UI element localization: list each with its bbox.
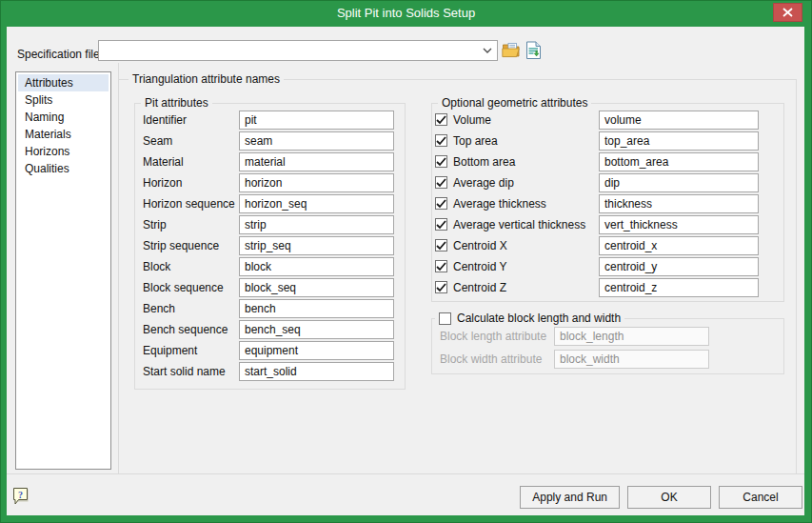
field-label: Block — [143, 257, 170, 276]
calc-block-checkbox[interactable] — [439, 312, 451, 325]
field-input[interactable]: dip — [599, 173, 759, 192]
sidebar-page-item[interactable]: Attributes — [18, 74, 109, 91]
field-input[interactable]: centroid_z — [599, 278, 759, 297]
spec-document-icon[interactable] — [525, 41, 544, 60]
field-input[interactable]: start_solid — [239, 362, 394, 381]
geometric-attribute-row: Average thickness thickness — [432, 194, 783, 215]
attribute-checkbox[interactable] — [435, 281, 447, 293]
field-input[interactable]: horizon — [239, 173, 394, 192]
dialog-button[interactable]: Cancel — [719, 486, 802, 509]
attribute-checkbox[interactable] — [435, 260, 447, 272]
attribute-checkbox[interactable] — [435, 176, 447, 189]
pit-attribute-row: Strip strip — [135, 215, 405, 236]
sidebar-page-item[interactable]: Horizons — [18, 143, 109, 160]
field-label: Identifier — [143, 111, 187, 130]
attribute-checkbox[interactable] — [435, 155, 447, 168]
pit-attribute-row: Block sequence block_seq — [135, 278, 405, 299]
chevron-down-icon[interactable] — [483, 48, 492, 53]
sidebar-page-item[interactable]: Qualities — [18, 160, 109, 177]
pit-attribute-row: Bench bench — [135, 299, 405, 320]
calc-block-title: Calculate block length and width — [457, 312, 621, 326]
sidebar-page-label: Splits — [25, 93, 52, 107]
field-input[interactable]: equipment — [239, 341, 394, 360]
attribute-checkbox[interactable] — [435, 218, 447, 231]
geometric-attribute-row: Centroid Y centroid_y — [432, 257, 783, 278]
field-input[interactable]: bench — [239, 299, 394, 318]
field-input[interactable]: bench_seq — [239, 320, 394, 339]
pit-attribute-row: Bench sequence bench_seq — [135, 320, 405, 341]
triangulation-group-title: Triangulation attribute names — [129, 72, 284, 87]
field-label: Strip — [143, 215, 167, 234]
dialog-window: Split Pit into Solids Setup Specificatio… — [0, 0, 812, 523]
field-label: Block sequence — [143, 278, 224, 297]
field-label: Bottom area — [453, 152, 515, 171]
field-input[interactable]: material — [239, 152, 394, 171]
field-input[interactable]: strip_seq — [239, 236, 394, 255]
checkmark-icon — [436, 241, 446, 251]
checkmark-icon — [436, 157, 446, 167]
triangulation-group: Triangulation attribute names Pit attrib… — [118, 79, 797, 473]
checkmark-icon — [436, 115, 446, 125]
window-title: Split Pit into Solids Setup — [337, 6, 475, 20]
sidebar-page-label: Naming — [25, 111, 64, 124]
field-input[interactable]: centroid_y — [599, 257, 759, 276]
field-input[interactable]: block — [239, 257, 394, 276]
sidebar-page-item[interactable]: Materials — [18, 126, 109, 143]
pit-attribute-row: Start solid name start_solid — [135, 362, 405, 383]
pit-attribute-row: Horizon horizon — [135, 173, 405, 194]
sidebar-page-item[interactable]: Naming — [18, 109, 109, 126]
field-label: Start solid name — [143, 362, 226, 381]
sidebar-page-item[interactable]: Splits — [18, 91, 109, 109]
field-input[interactable]: horizon_seq — [239, 194, 394, 213]
sidebar-page-label: Attributes — [25, 76, 73, 90]
field-input-disabled: block_width — [554, 350, 709, 369]
field-input[interactable]: vert_thickness — [599, 215, 759, 234]
pit-attributes-group: Pit attributes Identifier pit Seam seam … — [134, 103, 406, 390]
svg-text:?: ? — [18, 490, 23, 500]
optional-geometric-title: Optional geometric attributes — [438, 96, 591, 111]
sidebar-page-label: Materials — [25, 128, 71, 141]
geometric-attribute-row: Centroid X centroid_x — [432, 236, 783, 257]
sidebar-page-label: Qualities — [25, 162, 69, 175]
field-label: Material — [143, 152, 184, 171]
field-label: Strip sequence — [143, 236, 219, 255]
field-label: Seam — [143, 131, 172, 151]
specification-file-combobox[interactable] — [98, 40, 498, 61]
open-folder-icon[interactable] — [502, 41, 521, 60]
field-input[interactable]: volume — [599, 111, 759, 130]
field-label: Top area — [453, 131, 498, 151]
field-input[interactable]: pit — [239, 111, 394, 130]
field-label: Average vertical thickness — [453, 215, 585, 234]
field-input[interactable]: strip — [239, 215, 394, 234]
field-label: Block length attribute — [440, 327, 546, 346]
attribute-checkbox[interactable] — [435, 239, 447, 251]
field-input[interactable]: seam — [239, 131, 394, 151]
pit-attribute-row: Block block — [135, 257, 405, 278]
field-input[interactable]: centroid_x — [599, 236, 759, 255]
footer-divider-line — [7, 473, 804, 474]
field-label: Horizon sequence — [143, 194, 235, 213]
attribute-checkbox[interactable] — [435, 113, 447, 126]
geometric-attribute-row: Centroid Z centroid_z — [432, 278, 783, 299]
geometric-attribute-row: Top area top_area — [432, 131, 783, 152]
dialog-buttons: Apply and Run OK Cancel — [520, 486, 802, 509]
sidebar-page-label: Horizons — [25, 145, 69, 158]
calc-block-group: Calculate block length and width Block l… — [431, 318, 784, 374]
close-button[interactable] — [773, 3, 802, 22]
field-input[interactable]: bottom_area — [599, 152, 759, 171]
attribute-checkbox[interactable] — [435, 197, 447, 210]
dialog-button[interactable]: OK — [627, 486, 711, 509]
field-input[interactable]: thickness — [599, 194, 759, 213]
geometric-attribute-row: Average dip dip — [432, 173, 783, 194]
checkmark-icon — [436, 283, 446, 292]
field-input[interactable]: top_area — [599, 131, 759, 151]
help-bubble-icon[interactable]: ? — [12, 487, 31, 509]
dialog-button-label: Cancel — [743, 491, 778, 504]
field-input[interactable]: block_seq — [239, 278, 394, 297]
dialog-body: Specification file Attribu — [7, 27, 804, 515]
panel-divider-line — [118, 63, 119, 79]
field-label: Average dip — [453, 173, 514, 192]
dialog-button[interactable]: Apply and Run — [520, 486, 620, 509]
attribute-checkbox[interactable] — [435, 134, 447, 147]
field-label: Horizon — [143, 173, 182, 192]
